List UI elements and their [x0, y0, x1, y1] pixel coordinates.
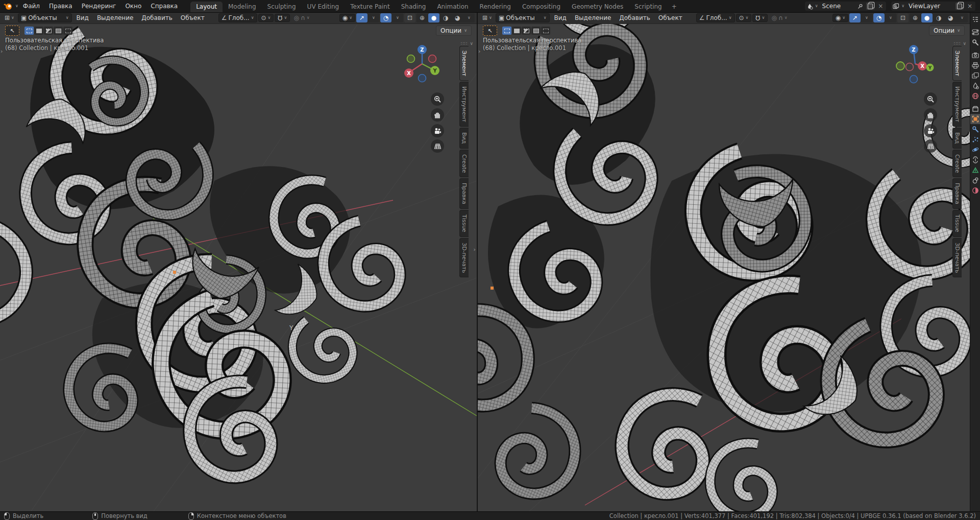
active-tool-select-box[interactable]: ↖ [5, 26, 19, 36]
transform-orientation-selector[interactable]: ∠Глоб...∨ [696, 13, 735, 22]
show-overlays-toggle[interactable]: ◔ [380, 13, 391, 22]
workspace-tab-rendering[interactable]: Rendering [474, 2, 517, 12]
sidebar-tab-view[interactable]: Вид [952, 128, 962, 148]
view-layer-tab-icon[interactable] [970, 70, 980, 81]
snap-controls[interactable]: Ω∨ [752, 14, 768, 22]
object-tab-icon[interactable] [970, 114, 980, 124]
gizmo-y-axis[interactable]: Y [928, 65, 932, 70]
menu-add[interactable]: Добавить [138, 13, 176, 22]
pan-hand-button[interactable] [431, 108, 444, 122]
workspace-tab-geometry-nodes[interactable]: Geometry Nodes [566, 2, 629, 12]
perspective-toggle-button[interactable] [924, 139, 937, 153]
particles-tab-icon[interactable] [970, 134, 980, 145]
sidebar-collapse-arrow[interactable]: › [474, 246, 476, 253]
menu-view[interactable]: Вид [551, 13, 570, 22]
shading-dropdown[interactable]: ∨ [463, 13, 475, 22]
workspace-tab-modeling[interactable]: Modeling [223, 2, 262, 12]
viewport-left[interactable]: Y ⊞∨ ▣Объекты∨ Вид Выделение [0, 12, 477, 512]
toolbar-expand-arrow[interactable]: › [478, 48, 480, 55]
chevron-down-icon[interactable]: ∨ [815, 4, 818, 8]
gizmo-y-neg[interactable] [407, 55, 415, 63]
show-gizmo-toggle[interactable]: ↗ [356, 13, 368, 22]
workspace-tab-animation[interactable]: Animation [431, 2, 474, 12]
select-mode-extend[interactable] [34, 27, 43, 35]
sidebar-tab-create[interactable]: Create [952, 150, 962, 178]
workspace-tab-sculpting[interactable]: Sculpting [262, 2, 302, 12]
shading-material-button[interactable]: ◑ [933, 13, 944, 22]
gizmo-x-neg[interactable] [429, 55, 436, 63]
editor-toggles-icon[interactable] [970, 27, 980, 37]
gizmo-z-neg[interactable] [419, 75, 426, 82]
output-tab-icon[interactable] [970, 60, 980, 70]
select-mode-invert[interactable] [531, 27, 541, 35]
select-mode-subtract[interactable] [44, 27, 53, 35]
shading-solid-button[interactable]: ● [921, 13, 933, 22]
shading-wireframe-button[interactable]: ⊕ [910, 13, 921, 22]
collection-tab-icon[interactable] [970, 104, 980, 114]
sidebar-tab-3dprint[interactable]: 3D-печать [952, 238, 962, 278]
viewport-left-3d-content[interactable]: Y [0, 12, 477, 512]
select-mode-set[interactable] [502, 27, 511, 35]
menu-render[interactable]: Рендеринг [77, 2, 121, 11]
shape-keys-tab-icon[interactable] [970, 175, 980, 185]
sidebar-tab-tool[interactable]: Инструмент [459, 82, 469, 127]
active-tool-select-box[interactable]: ↖ [483, 26, 497, 36]
sidebar-tab-tissue[interactable]: Tissue [952, 210, 962, 237]
menu-object[interactable]: Объект [655, 13, 686, 22]
gizmo-y-neg[interactable] [896, 62, 904, 70]
navigation-gizmo[interactable]: Z X Y [402, 43, 443, 84]
workspace-tab-compositing[interactable]: Compositing [517, 2, 566, 12]
sidebar-tab-edit[interactable]: Правка [459, 178, 469, 209]
blender-logo-icon[interactable] [3, 2, 14, 10]
shading-wireframe-button[interactable]: ⊕ [416, 13, 428, 22]
proportional-editing[interactable]: ◎∩∨ [291, 14, 312, 21]
new-view-layer-button[interactable] [955, 3, 964, 10]
snap-controls[interactable]: Ω∨ [275, 14, 290, 22]
pivot-point-selector[interactable]: ⊙∨ [736, 14, 752, 22]
scene-name[interactable]: Scene [820, 3, 854, 10]
pan-hand-button[interactable] [924, 108, 937, 122]
select-mode-extend[interactable] [512, 27, 521, 35]
object-data-tab-icon[interactable] [970, 165, 980, 175]
shading-solid-button[interactable]: ● [428, 13, 439, 22]
editor-type-button[interactable]: ⊞∨ [480, 14, 495, 21]
render-tab-icon[interactable] [970, 50, 980, 60]
mode-selector[interactable]: ▣Объекты∨ [18, 13, 72, 22]
overlays-dropdown[interactable]: ∨ [885, 13, 896, 22]
workspace-tab-shading[interactable]: Shading [396, 2, 432, 12]
add-workspace-button[interactable]: + [668, 2, 681, 12]
tool-tab-icon[interactable] [970, 37, 980, 48]
workspace-tab-texture-paint[interactable]: Texture Paint [345, 2, 395, 12]
select-mode-subtract[interactable] [522, 27, 531, 35]
chevron-down-icon[interactable]: ∨ [15, 4, 18, 8]
xray-toggle[interactable]: ⊡ [897, 13, 909, 22]
mode-selector[interactable]: ▣Объекты∨ [496, 13, 550, 22]
delete-view-layer-button[interactable]: × [966, 3, 974, 10]
select-mode-intersect[interactable] [541, 27, 550, 35]
region-handle-icon[interactable]: ∷∷ ∨ [954, 41, 967, 46]
menu-select[interactable]: Выделение [571, 13, 615, 22]
menu-add[interactable]: Добавить [616, 13, 653, 22]
options-button[interactable]: Опции∨ [436, 26, 472, 36]
material-tab-icon[interactable] [970, 185, 980, 196]
menu-help[interactable]: Справка [146, 2, 182, 11]
gizmo-dropdown[interactable]: ∨ [368, 13, 379, 22]
workspace-tab-uv-editing[interactable]: UV Editing [302, 2, 345, 12]
visibility-dropdown[interactable]: ◉∨ [339, 14, 355, 22]
zoom-button[interactable] [924, 92, 937, 106]
shading-rendered-button[interactable]: ◕ [945, 13, 956, 22]
zoom-button[interactable] [431, 92, 444, 106]
overlays-dropdown[interactable]: ∨ [392, 13, 403, 22]
modifiers-tab-icon[interactable] [970, 124, 980, 134]
menu-view[interactable]: Вид [73, 13, 92, 22]
perspective-toggle-button[interactable] [431, 139, 444, 153]
gizmo-z-axis[interactable]: Z [912, 47, 915, 53]
scene-icon[interactable] [806, 3, 813, 10]
toolbar-expand-arrow[interactable]: › [1, 48, 3, 55]
show-gizmo-toggle[interactable]: ↗ [849, 13, 861, 22]
sidebar-tab-item[interactable]: Элемент [459, 46, 469, 81]
workspace-tab-scripting[interactable]: Scripting [629, 2, 667, 12]
scene-tab-icon[interactable] [970, 81, 980, 91]
gizmo-x-axis[interactable]: X [920, 63, 924, 69]
show-overlays-toggle[interactable]: ◔ [873, 13, 885, 22]
